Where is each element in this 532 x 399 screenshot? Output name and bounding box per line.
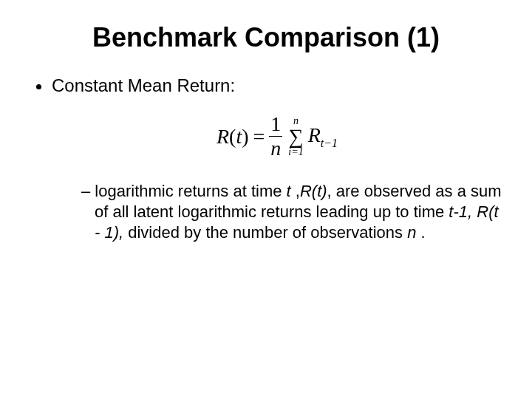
eq-term: Rt−1 — [308, 123, 338, 150]
eq-summation: n ∑ i=1 — [288, 116, 303, 157]
bullet-list: Constant Mean Return: R(t) = 1 n n ∑ i=1 — [30, 75, 502, 243]
eq-frac-num: 1 — [269, 114, 282, 136]
desc-period: . — [416, 223, 425, 242]
bullet-text: Constant Mean Return: — [52, 75, 235, 95]
eq-R: R — [216, 125, 229, 148]
desc-mid2: divided by the number of observations — [123, 223, 407, 242]
equation-container: R(t) = 1 n n ∑ i=1 Rt−1 — [52, 114, 502, 159]
desc-tminus1: t-1, — [449, 202, 477, 221]
sigma-icon: ∑ — [289, 126, 304, 147]
eq-term-sub: t−1 — [321, 136, 338, 149]
sub-bullet-list: logarithmic returns at time t ,R(t), are… — [52, 181, 502, 243]
bullet-constant-mean-return: Constant Mean Return: R(t) = 1 n n ∑ i=1 — [52, 75, 502, 243]
eq-sum-lower: i=1 — [288, 147, 303, 157]
slide-title: Benchmark Comparison (1) — [30, 22, 502, 53]
eq-fraction: 1 n — [269, 114, 282, 159]
slide: Benchmark Comparison (1) Constant Mean R… — [0, 0, 532, 289]
eq-t: t — [236, 125, 242, 148]
eq-lhs: R(t) — [216, 125, 249, 149]
equation: R(t) = 1 n n ∑ i=1 Rt−1 — [216, 114, 338, 159]
eq-term-base: R — [308, 123, 321, 146]
eq-equals: = — [253, 125, 265, 149]
desc-t: t — [287, 182, 296, 200]
desc-n: n — [407, 223, 416, 242]
desc-rt: R(t) — [300, 182, 327, 200]
sub-bullet-description: logarithmic returns at time t ,R(t), are… — [81, 181, 502, 243]
desc-pre: logarithmic returns at time — [95, 182, 286, 200]
eq-frac-den: n — [269, 136, 282, 159]
